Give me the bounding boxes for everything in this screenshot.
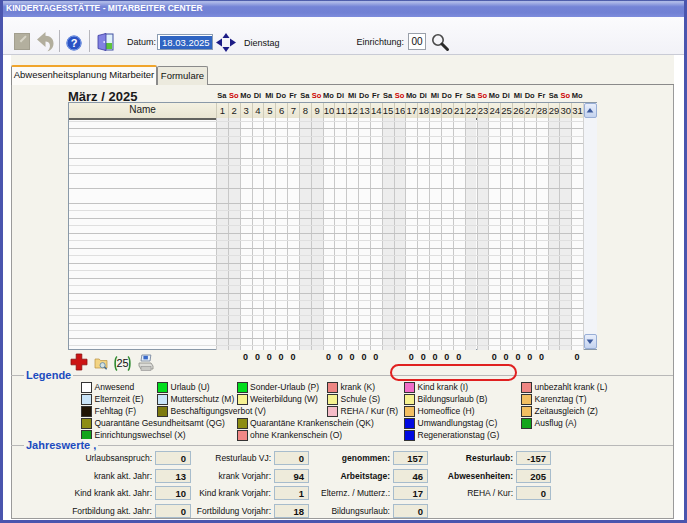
svg-text:?: ? xyxy=(71,37,78,49)
